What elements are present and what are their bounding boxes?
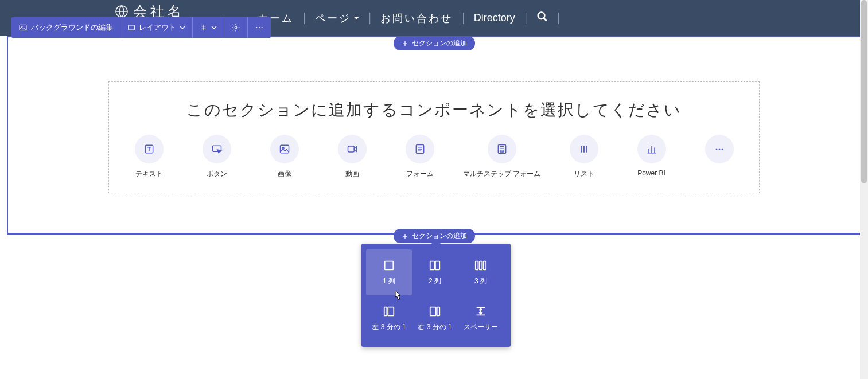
component-more[interactable]	[699, 135, 739, 179]
layout-left-third-label: 左 3 分の 1	[372, 322, 406, 332]
layout-label: レイアウト	[139, 22, 176, 33]
svg-rect-24	[480, 261, 482, 269]
layout-2col[interactable]: 2 列	[412, 249, 458, 295]
component-button-label: ボタン	[207, 169, 227, 179]
col1-icon	[383, 259, 395, 272]
component-video-label: 動画	[345, 169, 359, 179]
svg-rect-13	[348, 146, 354, 152]
svg-rect-23	[476, 261, 478, 269]
right-third-icon	[429, 305, 441, 318]
component-form[interactable]: フォーム	[400, 135, 440, 179]
spacer-icon	[474, 305, 487, 318]
layout-popup: 1 列 2 列 3 列 左 3 分の 1 右 3 分の 1 スペーサー	[361, 244, 511, 347]
svg-point-7	[259, 27, 260, 28]
text-icon	[143, 143, 155, 155]
cursor-icon	[211, 143, 223, 155]
component-list[interactable]: リスト	[564, 135, 604, 179]
image-icon	[279, 143, 290, 155]
svg-rect-25	[484, 261, 486, 269]
svg-point-17	[715, 149, 717, 150]
chevron-down-icon	[180, 25, 185, 30]
col2-icon	[429, 259, 441, 272]
scrollbar-thumb[interactable]	[861, 0, 867, 183]
image-icon	[18, 23, 28, 32]
picker-title: このセクションに追加するコンポーネントを選択してください	[186, 99, 682, 121]
component-list-label: リスト	[574, 169, 594, 179]
svg-point-18	[718, 149, 720, 150]
layout-right-third-label: 右 3 分の 1	[418, 322, 451, 332]
svg-point-1	[538, 13, 544, 19]
caret-down-icon	[353, 15, 359, 21]
alignment-dropdown[interactable]	[193, 17, 224, 38]
component-multistep-form[interactable]: マルチステップ フォーム	[468, 135, 536, 179]
svg-rect-28	[430, 307, 436, 315]
svg-rect-29	[437, 307, 440, 315]
component-image[interactable]: 画像	[264, 135, 305, 179]
list-icon	[578, 143, 590, 155]
component-multistep-label: マルチステップ フォーム	[463, 169, 540, 179]
component-text-label: テキスト	[135, 169, 163, 179]
more-icon	[714, 143, 725, 155]
svg-point-6	[256, 27, 257, 28]
component-form-label: フォーム	[406, 169, 434, 179]
component-button[interactable]: ボタン	[197, 135, 237, 179]
section-canvas[interactable]: このセクションに追加するコンポーネントを選択してください テキスト ボタン 画像…	[7, 36, 861, 234]
gear-icon	[231, 23, 240, 32]
component-video[interactable]: 動画	[332, 135, 372, 179]
component-picker: このセクションに追加するコンポーネントを選択してください テキスト ボタン 画像…	[108, 81, 760, 193]
more-button[interactable]	[248, 17, 271, 38]
video-icon	[347, 143, 358, 155]
header-bar: 会社名 ホーム ページ お問い合わせ Directory バックグラウンドの編集…	[0, 0, 868, 36]
nav-separator	[558, 13, 559, 24]
svg-rect-16	[500, 150, 504, 152]
layout-left-third[interactable]: 左 3 分の 1	[366, 295, 412, 341]
component-row: テキスト ボタン 画像 動画 フォーム マルチステップ フォーム	[129, 135, 739, 179]
layout-1col[interactable]: 1 列	[366, 249, 412, 295]
layout-2col-label: 2 列	[429, 276, 441, 286]
multistep-form-icon	[496, 143, 508, 155]
search-button[interactable]	[526, 11, 558, 25]
form-icon	[414, 143, 426, 155]
svg-rect-21	[430, 261, 434, 269]
layout-spacer-label: スペーサー	[464, 322, 498, 332]
layout-dropdown[interactable]: レイアウト	[120, 17, 193, 38]
svg-rect-20	[385, 261, 394, 269]
col3-icon	[474, 259, 487, 272]
svg-rect-11	[280, 145, 289, 153]
add-section-top[interactable]: セクションの追加	[394, 36, 475, 50]
vertical-scrollbar[interactable]	[860, 0, 868, 379]
component-powerbi[interactable]: Power BI	[632, 135, 672, 179]
settings-button[interactable]	[224, 17, 248, 38]
plus-icon	[402, 40, 408, 47]
layout-spacer[interactable]: スペーサー	[458, 295, 504, 341]
nav-contact[interactable]: お問い合わせ	[370, 11, 463, 25]
section-edit-toolbar: バックグラウンドの編集 レイアウト	[11, 17, 271, 38]
svg-point-5	[235, 26, 237, 29]
left-third-icon	[383, 305, 395, 318]
layout-right-third[interactable]: 右 3 分の 1	[412, 295, 458, 341]
component-powerbi-label: Power BI	[637, 169, 665, 177]
search-icon	[536, 11, 548, 22]
alignment-icon	[200, 24, 208, 32]
nav-pages-label: ページ	[315, 11, 351, 25]
layout-3col[interactable]: 3 列	[458, 249, 504, 295]
layout-icon	[127, 24, 135, 32]
component-image-label: 画像	[278, 169, 291, 179]
svg-rect-22	[435, 261, 439, 269]
more-icon	[255, 23, 264, 32]
edit-background-button[interactable]: バックグラウンドの編集	[11, 17, 120, 38]
plus-icon	[402, 233, 408, 240]
svg-rect-26	[384, 307, 387, 315]
svg-point-19	[721, 149, 723, 150]
chart-icon	[646, 143, 657, 155]
svg-point-8	[262, 27, 263, 28]
nav-pages[interactable]: ページ	[305, 11, 369, 25]
nav-directory[interactable]: Directory	[464, 12, 526, 24]
svg-rect-4	[129, 25, 135, 30]
main-nav: ホーム ページ お問い合わせ Directory	[247, 11, 559, 25]
layout-1col-label: 1 列	[383, 276, 395, 286]
svg-rect-27	[388, 307, 394, 315]
component-text[interactable]: テキスト	[129, 135, 169, 179]
globe-icon	[115, 5, 129, 18]
add-section-label: セクションの追加	[412, 38, 467, 48]
